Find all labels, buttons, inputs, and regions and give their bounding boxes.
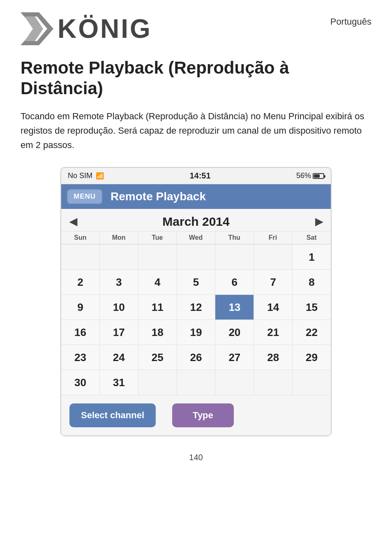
day-header-tue: Tue bbox=[138, 232, 177, 244]
calendar-day-12[interactable]: 12 bbox=[177, 295, 215, 320]
calendar-day-18[interactable]: 18 bbox=[138, 320, 177, 345]
page-number: 140 bbox=[21, 453, 371, 462]
calendar-day-30[interactable]: 30 bbox=[61, 370, 99, 395]
calendar-day-7[interactable]: 7 bbox=[254, 270, 292, 294]
calendar-day-21[interactable]: 21 bbox=[254, 320, 292, 345]
nav-bar: MENU Remote Playback bbox=[61, 184, 331, 209]
battery-fill bbox=[314, 174, 320, 178]
calendar-month-year: March 2014 bbox=[162, 215, 229, 229]
calendar-empty-cell bbox=[177, 245, 215, 269]
konig-logo-icon bbox=[21, 12, 53, 45]
calendar-empty-cell bbox=[293, 370, 331, 395]
calendar-day-13[interactable]: 13 bbox=[215, 295, 254, 320]
status-bar: No SIM 📶 14:51 56% bbox=[61, 168, 331, 184]
calendar-day-4[interactable]: 4 bbox=[138, 270, 177, 294]
calendar-day-19[interactable]: 19 bbox=[177, 320, 215, 345]
status-left: No SIM 📶 bbox=[68, 171, 104, 180]
no-sim-label: No SIM bbox=[68, 171, 92, 180]
calendar-grid: 1234567891011121314151617181920212223242… bbox=[61, 244, 331, 395]
calendar-day-14[interactable]: 14 bbox=[254, 295, 292, 320]
calendar-day-11[interactable]: 11 bbox=[138, 295, 177, 320]
type-button[interactable]: Type bbox=[172, 403, 234, 427]
calendar-empty-cell bbox=[138, 370, 177, 395]
page-title: Remote Playback (Reprodução à Distância) bbox=[21, 58, 371, 99]
calendar-day-2[interactable]: 2 bbox=[61, 270, 99, 294]
calendar-empty-cell bbox=[254, 245, 292, 269]
day-header-fri: Fri bbox=[254, 232, 293, 244]
calendar-empty-cell bbox=[215, 370, 254, 395]
calendar-day-28[interactable]: 28 bbox=[254, 345, 292, 370]
calendar-empty-cell bbox=[100, 245, 138, 269]
calendar-day-25[interactable]: 25 bbox=[138, 345, 177, 370]
language-label: Português bbox=[330, 16, 371, 27]
bottom-buttons: Select channel Type bbox=[61, 395, 331, 436]
day-header-wed: Wed bbox=[177, 232, 215, 244]
wifi-icon: 📶 bbox=[96, 172, 104, 180]
calendar-day-31[interactable]: 31 bbox=[100, 370, 138, 395]
battery-icon bbox=[313, 173, 324, 179]
calendar-day-9[interactable]: 9 bbox=[61, 295, 99, 320]
battery-percent: 56% bbox=[296, 171, 311, 180]
calendar-day-27[interactable]: 27 bbox=[215, 345, 254, 370]
calendar-day-23[interactable]: 23 bbox=[61, 345, 99, 370]
nav-title: Remote Playback bbox=[111, 190, 206, 203]
calendar-day-10[interactable]: 10 bbox=[100, 295, 138, 320]
calendar-day-17[interactable]: 17 bbox=[100, 320, 138, 345]
calendar-day-26[interactable]: 26 bbox=[177, 345, 215, 370]
page-header: KÖNIG Português bbox=[21, 12, 371, 45]
calendar-empty-cell bbox=[177, 370, 215, 395]
page-description: Tocando em Remote Playback (Reprodução à… bbox=[21, 109, 371, 153]
status-time: 14:51 bbox=[189, 171, 210, 181]
logo-text: KÖNIG bbox=[58, 14, 152, 44]
calendar-day-29[interactable]: 29 bbox=[293, 345, 331, 370]
next-month-button[interactable]: ▶ bbox=[315, 216, 323, 227]
calendar-day-3[interactable]: 3 bbox=[100, 270, 138, 294]
phone-mockup: No SIM 📶 14:51 56% MENU Remote Playback … bbox=[60, 167, 332, 436]
status-right: 56% bbox=[296, 171, 324, 180]
calendar-day-8[interactable]: 8 bbox=[293, 270, 331, 294]
calendar-day-6[interactable]: 6 bbox=[215, 270, 254, 294]
calendar-day-22[interactable]: 22 bbox=[293, 320, 331, 345]
calendar: ◀ March 2014 ▶ Sun Mon Tue Wed Thu Fri S… bbox=[61, 209, 331, 436]
calendar-day-16[interactable]: 16 bbox=[61, 320, 99, 345]
calendar-day-15[interactable]: 15 bbox=[293, 295, 331, 320]
calendar-empty-cell bbox=[254, 370, 292, 395]
day-header-sat: Sat bbox=[292, 232, 331, 244]
calendar-empty-cell bbox=[215, 245, 254, 269]
calendar-empty-cell bbox=[61, 245, 99, 269]
calendar-day-20[interactable]: 20 bbox=[215, 320, 254, 345]
menu-button[interactable]: MENU bbox=[67, 189, 102, 204]
day-header-mon: Mon bbox=[100, 232, 138, 244]
calendar-day-1[interactable]: 1 bbox=[293, 245, 331, 269]
prev-month-button[interactable]: ◀ bbox=[69, 216, 77, 227]
select-channel-button[interactable]: Select channel bbox=[69, 403, 156, 427]
calendar-day-24[interactable]: 24 bbox=[100, 345, 138, 370]
calendar-day-headers: Sun Mon Tue Wed Thu Fri Sat bbox=[61, 231, 331, 244]
calendar-empty-cell bbox=[138, 245, 177, 269]
day-header-sun: Sun bbox=[61, 232, 100, 244]
day-header-thu: Thu bbox=[215, 232, 254, 244]
calendar-day-5[interactable]: 5 bbox=[177, 270, 215, 294]
logo: KÖNIG bbox=[21, 12, 152, 45]
calendar-header: ◀ March 2014 ▶ bbox=[61, 209, 331, 231]
